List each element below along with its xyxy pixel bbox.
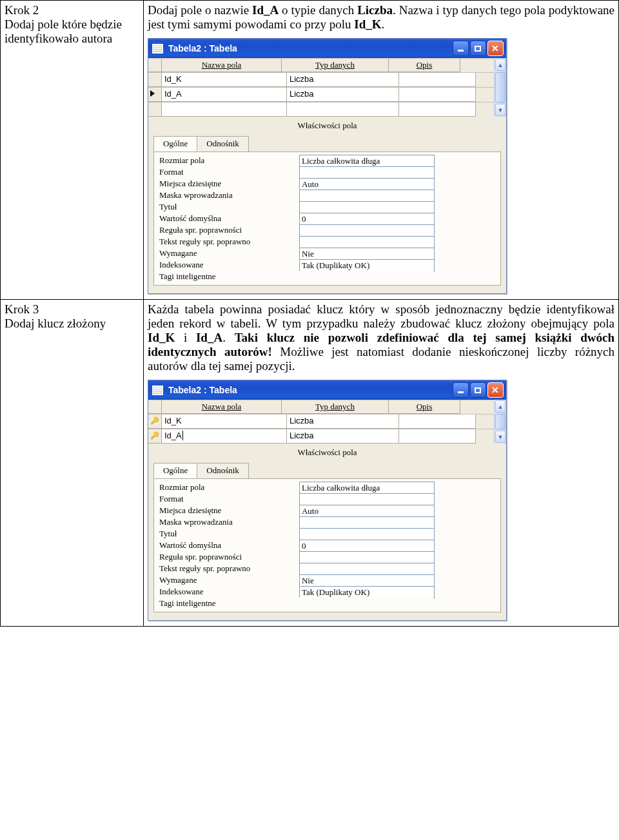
prop-value[interactable] — [299, 516, 435, 529]
field-desc-cell[interactable] — [399, 73, 476, 87]
step-title: Krok 3 — [5, 302, 139, 317]
step-subtitle: Dodaj klucz złożony — [5, 317, 139, 331]
scroll-thumb[interactable] — [495, 72, 506, 103]
tab-lookup[interactable]: Odnośnik — [197, 136, 249, 151]
step-subtitle: Dodaj pole które będzie identyfikowało a… — [5, 17, 139, 46]
scroll-up-icon[interactable]: ▲ — [495, 59, 506, 71]
prop-value[interactable]: Nie — [299, 574, 435, 587]
col-field-name: Nazwa pola — [202, 402, 242, 411]
prop-label: Tytuł — [158, 201, 299, 213]
prop-value[interactable]: Nie — [299, 248, 435, 260]
properties-panel: Rozmiar polaLiczba całkowita długaFormat… — [153, 151, 501, 286]
window-title: Tabela2 : Tabela — [167, 385, 453, 395]
field-name-cell[interactable]: Id_A — [162, 88, 287, 102]
field-name-cell[interactable]: Id_K — [162, 415, 287, 429]
field-name-cell[interactable]: Id_A — [162, 429, 287, 444]
field-type-cell[interactable]: Liczba — [287, 415, 399, 429]
v-scrollbar[interactable]: ▲▼ — [494, 400, 506, 444]
prop-label: Miejsca dziesiętne — [158, 505, 299, 516]
step-text: Dodaj pole o nazwie Id_A o typie danych … — [148, 3, 614, 32]
close-button[interactable] — [487, 41, 504, 56]
tab-general[interactable]: Ogólne — [153, 136, 197, 151]
prop-label: Format — [158, 493, 299, 505]
prop-value — [299, 271, 433, 282]
prop-label: Rozmiar pola — [158, 482, 299, 493]
prop-value[interactable]: Tak (Duplikaty OK) — [299, 259, 435, 271]
prop-label: Miejsca dziesiętne — [158, 178, 299, 190]
scroll-down-icon[interactable]: ▼ — [495, 431, 506, 443]
prop-value[interactable] — [299, 493, 435, 505]
field-type-cell[interactable]: Liczba — [287, 88, 399, 102]
table-icon — [152, 44, 163, 54]
prop-value[interactable]: Tak (Duplikaty OK) — [299, 586, 435, 598]
titlebar[interactable]: Tabela2 : Tabela — [148, 39, 506, 58]
grid-header: Nazwa polaTyp danychOpis — [148, 58, 494, 72]
prop-label: Indeksowane — [158, 586, 299, 598]
maximize-button[interactable] — [470, 41, 486, 56]
field-desc-cell[interactable] — [399, 429, 476, 444]
prop-value[interactable]: 0 — [299, 213, 435, 225]
field-row[interactable]: 🔑Id_ALiczba — [148, 429, 494, 444]
prop-label: Maska wprowadzania — [158, 516, 299, 528]
prop-value[interactable] — [299, 201, 435, 213]
tab-general[interactable]: Ogólne — [153, 463, 197, 478]
table-design-window: Tabela2 : TabelaNazwa polaTyp danychOpis… — [148, 380, 507, 621]
prop-label: Tekst reguły spr. poprawno — [158, 563, 299, 574]
field-row[interactable]: Id_KLiczba — [148, 72, 494, 87]
props-section-label: Właściwości pola — [148, 444, 506, 463]
tab-lookup[interactable]: Odnośnik — [197, 463, 249, 478]
prop-value[interactable]: Liczba całkowita długa — [299, 482, 435, 494]
prop-label: Maska wprowadzania — [158, 190, 299, 201]
table-icon — [152, 386, 163, 395]
prop-value[interactable] — [299, 563, 435, 575]
field-type-cell[interactable]: Liczba — [287, 429, 399, 444]
prop-label: Tytuł — [158, 528, 299, 540]
prop-value[interactable]: Auto — [299, 178, 435, 190]
prop-value[interactable] — [299, 224, 435, 237]
row-pointer-icon — [150, 90, 155, 97]
v-scrollbar[interactable]: ▲▼ — [494, 58, 506, 117]
prop-label: Wymagane — [158, 248, 299, 259]
scroll-up-icon[interactable]: ▲ — [495, 400, 506, 413]
prop-value[interactable] — [299, 190, 435, 202]
field-row[interactable]: Id_ALiczba — [148, 87, 494, 102]
prop-value[interactable] — [299, 528, 435, 540]
prop-label: Wartość domyślna — [158, 540, 299, 551]
scroll-thumb[interactable] — [495, 414, 506, 429]
key-icon: 🔑 — [148, 416, 161, 425]
field-row[interactable]: 🔑Id_KLiczba — [148, 414, 494, 429]
prop-value[interactable] — [299, 166, 435, 179]
prop-label: Reguła spr. poprawności — [158, 551, 299, 563]
minimize-button[interactable] — [453, 41, 469, 56]
prop-label: Format — [158, 166, 299, 178]
col-description: Opis — [417, 402, 433, 411]
col-data-type: Typ danych — [315, 60, 355, 70]
prop-label: Reguła spr. poprawności — [158, 224, 299, 236]
field-desc-cell[interactable] — [399, 88, 476, 102]
col-description: Opis — [417, 60, 433, 70]
prop-value — [299, 598, 433, 609]
prop-value[interactable] — [299, 236, 435, 248]
close-button[interactable] — [487, 382, 504, 398]
field-type-cell[interactable]: Liczba — [287, 73, 399, 87]
prop-label: Wartość domyślna — [158, 213, 299, 224]
minimize-button[interactable] — [453, 382, 469, 398]
prop-value[interactable]: Liczba całkowita długa — [299, 155, 435, 167]
prop-label: Tagi inteligentne — [158, 271, 299, 282]
maximize-button[interactable] — [470, 382, 486, 398]
field-desc-cell[interactable] — [399, 415, 476, 429]
step-text: Każda tabela powinna posiadać klucz któr… — [148, 302, 614, 373]
prop-label: Wymagane — [158, 574, 299, 586]
field-row[interactable] — [148, 102, 494, 117]
field-name-cell[interactable]: Id_K — [162, 73, 287, 87]
scroll-down-icon[interactable]: ▼ — [495, 104, 506, 116]
prop-label: Tagi inteligentne — [158, 598, 299, 609]
prop-value[interactable]: 0 — [299, 540, 435, 552]
prop-value[interactable] — [299, 551, 435, 563]
prop-label: Indeksowane — [158, 259, 299, 271]
prop-value[interactable]: Auto — [299, 505, 435, 517]
props-section-label: Właściwości pola — [148, 117, 506, 136]
table-design-window: Tabela2 : TabelaNazwa polaTyp danychOpis… — [148, 38, 507, 294]
properties-panel: Rozmiar polaLiczba całkowita długaFormat… — [153, 478, 501, 612]
titlebar[interactable]: Tabela2 : Tabela — [148, 380, 506, 400]
